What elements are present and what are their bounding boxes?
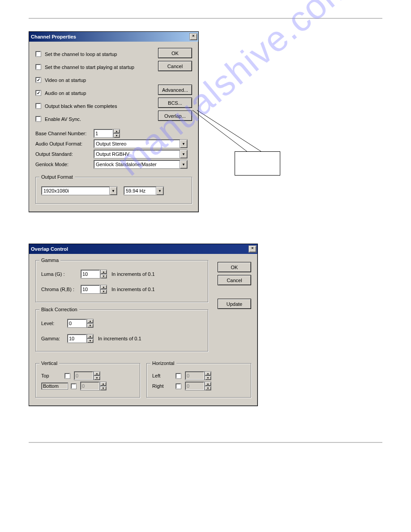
spin-up-icon[interactable]: ▲ xyxy=(113,129,120,133)
close-icon[interactable]: × xyxy=(248,245,257,253)
resolution-value: 1920x1080i xyxy=(43,188,69,193)
bottom-spinner[interactable]: ▲▼ xyxy=(80,382,107,390)
gamma-group: Gamma Luma (G) : ▲▼ In increments of 0.1… xyxy=(35,260,208,302)
output-format-legend: Output Format xyxy=(39,174,75,180)
genlock-value: Genlock Standalone/Master xyxy=(96,162,157,167)
horizontal-group: Horizontal Left ▲▼ Right xyxy=(146,363,251,398)
dialog-title: Channel Properties xyxy=(31,34,76,39)
genlock-dropdown[interactable]: Genlock Standalone/Master ▼ xyxy=(94,160,188,169)
output-standard-label: Output Standard: xyxy=(35,151,94,157)
titlebar: Overlap Control × xyxy=(29,244,257,254)
overlap-button[interactable]: Overlap... xyxy=(158,111,192,121)
bc-level-input[interactable] xyxy=(67,319,87,328)
loop-startup-checkbox[interactable] xyxy=(35,51,41,57)
luma-spinner[interactable]: ▲▼ xyxy=(81,270,107,279)
video-on-label: Video on at startup xyxy=(45,77,86,83)
refresh-dropdown[interactable]: 59.94 Hz ▼ xyxy=(124,186,164,195)
chevron-down-icon[interactable]: ▼ xyxy=(109,187,117,195)
right-spinner[interactable]: ▲▼ xyxy=(185,382,211,390)
spin-down-icon[interactable]: ▼ xyxy=(100,289,107,294)
gamma-legend: Gamma xyxy=(39,257,60,263)
advanced-button[interactable]: Advanced... xyxy=(158,85,192,95)
play-startup-checkbox[interactable] xyxy=(35,64,41,70)
audio-on-label: Audio on at startup xyxy=(45,90,86,96)
titlebar: Channel Properties × xyxy=(29,32,198,42)
luma-input[interactable] xyxy=(81,270,100,279)
horizontal-legend: Horizontal xyxy=(150,360,176,366)
output-black-label: Output black when file completes xyxy=(45,103,117,109)
bottom-checkbox[interactable] xyxy=(71,383,77,389)
play-startup-label: Set the channel to start playing at star… xyxy=(45,64,134,70)
spin-down-icon[interactable]: ▼ xyxy=(205,386,211,390)
ok-button[interactable]: OK xyxy=(218,262,251,272)
bc-gamma-input[interactable] xyxy=(67,334,87,343)
spin-down-icon[interactable]: ▼ xyxy=(94,376,100,380)
chroma-spinner[interactable]: ▲▼ xyxy=(81,285,107,294)
chroma-input[interactable] xyxy=(81,285,100,294)
video-on-checkbox[interactable] xyxy=(35,77,41,83)
ok-button[interactable]: OK xyxy=(158,48,192,58)
audio-format-value: Output Stereo xyxy=(96,141,127,146)
dialog-title: Overlap Control xyxy=(31,246,68,252)
loop-startup-label: Set the channel to loop at startup xyxy=(45,51,117,57)
spin-up-icon[interactable]: ▲ xyxy=(100,270,107,274)
refresh-value: 59.94 Hz xyxy=(126,188,146,193)
output-black-checkbox[interactable] xyxy=(35,103,41,109)
resolution-dropdown[interactable]: 1920x1080i ▼ xyxy=(41,186,117,195)
left-input[interactable] xyxy=(185,371,205,380)
close-icon[interactable]: × xyxy=(189,33,197,40)
chroma-label: Chroma (R,B) : xyxy=(41,287,81,292)
av-sync-label: Enable AV Sync. xyxy=(45,116,81,122)
audio-on-checkbox[interactable] xyxy=(35,90,41,96)
update-button[interactable]: Update xyxy=(218,299,251,309)
spin-down-icon[interactable]: ▼ xyxy=(100,386,107,390)
right-input[interactable] xyxy=(185,382,205,390)
bc-level-label: Level: xyxy=(41,321,67,326)
cancel-button[interactable]: Cancel xyxy=(218,275,251,285)
spin-up-icon[interactable]: ▲ xyxy=(87,319,94,323)
bottom-input[interactable] xyxy=(80,382,100,390)
spin-up-icon[interactable]: ▲ xyxy=(94,371,100,376)
top-label: Top xyxy=(41,373,64,378)
spin-down-icon[interactable]: ▼ xyxy=(205,376,211,380)
audio-format-dropdown[interactable]: Output Stereo ▼ xyxy=(94,139,188,148)
spin-down-icon[interactable]: ▼ xyxy=(113,133,120,138)
bc-level-spinner[interactable]: ▲▼ xyxy=(67,319,94,328)
av-sync-checkbox[interactable] xyxy=(35,116,41,122)
chevron-down-icon[interactable]: ▼ xyxy=(180,160,187,168)
bc-gamma-spinner[interactable]: ▲▼ xyxy=(67,334,94,343)
spin-up-icon[interactable]: ▲ xyxy=(100,285,107,289)
left-checkbox[interactable] xyxy=(176,373,181,379)
spin-up-icon[interactable]: ▲ xyxy=(205,371,211,376)
right-checkbox[interactable] xyxy=(176,383,181,389)
channel-properties-dialog: Channel Properties × OK Cancel Advanced.… xyxy=(29,31,199,212)
chevron-down-icon[interactable]: ▼ xyxy=(180,150,187,158)
bc-gamma-hint: In increments of 0.1 xyxy=(98,336,141,341)
top-checkbox[interactable] xyxy=(64,373,70,379)
spin-up-icon[interactable]: ▲ xyxy=(87,334,94,339)
spin-up-icon[interactable]: ▲ xyxy=(205,382,211,386)
spin-down-icon[interactable]: ▼ xyxy=(87,339,94,343)
black-correction-group: Black Correction Level: ▲▼ Gamma: ▲▼ In … xyxy=(35,309,208,352)
bcs-button[interactable]: BCS... xyxy=(158,98,192,108)
base-channel-input[interactable] xyxy=(94,129,113,138)
spin-up-icon[interactable]: ▲ xyxy=(100,382,107,386)
chevron-down-icon[interactable]: ▼ xyxy=(180,140,187,148)
left-label: Left xyxy=(152,373,176,378)
cancel-button[interactable]: Cancel xyxy=(158,61,192,71)
genlock-label: Genlock Mode: xyxy=(35,162,94,167)
spin-down-icon[interactable]: ▼ xyxy=(100,274,107,279)
luma-label: Luma (G) : xyxy=(41,271,81,277)
base-channel-spinner[interactable]: ▲▼ xyxy=(94,129,120,138)
callout-box xyxy=(235,151,280,176)
chroma-hint: In increments of 0.1 xyxy=(111,287,155,292)
top-input[interactable] xyxy=(74,371,94,380)
top-spinner[interactable]: ▲▼ xyxy=(74,371,100,380)
left-spinner[interactable]: ▲▼ xyxy=(185,371,211,380)
spin-down-icon[interactable]: ▼ xyxy=(87,323,94,328)
chevron-down-icon[interactable]: ▼ xyxy=(156,187,163,195)
output-standard-dropdown[interactable]: Output RGBHV ▼ xyxy=(94,150,188,159)
vertical-legend: Vertical xyxy=(39,360,59,366)
right-label: Right xyxy=(152,383,176,389)
luma-hint: In increments of 0.1 xyxy=(111,271,155,277)
